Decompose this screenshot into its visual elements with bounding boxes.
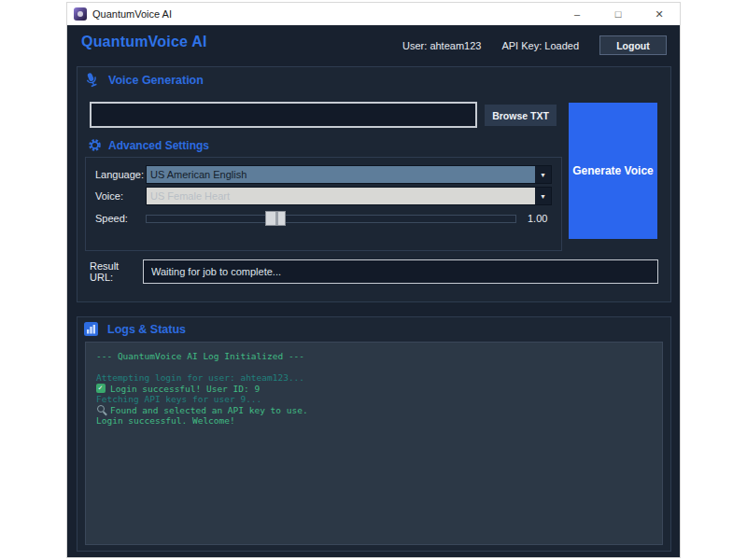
language-label: Language: — [95, 169, 146, 180]
log-line: Found and selected an API key to use. — [96, 405, 652, 416]
app-content: QuantumVoice AI User: ahteam123 API Key:… — [67, 25, 680, 557]
chevron-down-icon[interactable]: ▼ — [535, 188, 551, 204]
result-url-field[interactable] — [143, 259, 658, 284]
log-line: Login successful. Welcome! — [96, 415, 652, 427]
window-title: QuantumVoice AI — [92, 8, 172, 20]
desktop-background: QuantumVoice AI – □ ✕ QuantumVoice AI Us… — [0, 0, 747, 560]
log-line — [96, 362, 652, 373]
app-window: QuantumVoice AI – □ ✕ QuantumVoice AI Us… — [66, 2, 681, 558]
log-line: --- QuantumVoice AI Log Initialized --- — [96, 351, 652, 362]
advanced-settings-title: Advanced Settings — [108, 139, 209, 152]
log-line: Login successful! User ID: 9 — [96, 384, 652, 395]
log-output[interactable]: --- QuantumVoice AI Log Initialized --- … — [85, 342, 663, 545]
microphone-icon — [84, 72, 99, 88]
search-icon — [97, 405, 105, 413]
check-icon — [96, 384, 106, 393]
speed-slider-track[interactable] — [146, 215, 516, 223]
voice-generation-title: Voice Generation — [108, 74, 204, 87]
result-url-label: Result URL: — [90, 260, 143, 283]
app-title: QuantumVoice AI — [81, 34, 207, 50]
logs-status-title: Logs & Status — [107, 323, 186, 336]
speed-label: Speed: — [95, 213, 146, 224]
gear-icon — [88, 138, 102, 152]
language-dropdown[interactable]: US American English ▼ — [146, 165, 552, 184]
log-lines: --- QuantumVoice AI Log Initialized --- … — [96, 351, 652, 427]
generate-voice-button[interactable]: Generate Voice — [569, 103, 657, 239]
close-button[interactable]: ✕ — [639, 3, 680, 25]
language-value: US American English — [147, 166, 535, 183]
advanced-settings-box: Language: US American English ▼ Voice: U… — [85, 157, 562, 251]
title-bar[interactable]: QuantumVoice AI – □ ✕ — [67, 3, 680, 25]
app-header: QuantumVoice AI User: ahteam123 API Key:… — [67, 25, 680, 64]
voice-generation-section: Voice Generation Browse TXT Generate Voi… — [77, 66, 671, 302]
voice-value: US Female Heart — [147, 188, 535, 204]
text-input[interactable] — [90, 102, 477, 128]
chevron-down-icon[interactable]: ▼ — [535, 166, 551, 183]
log-line: Fetching API keys for user 9... — [96, 394, 652, 405]
logs-status-section: Logs & Status --- QuantumVoice AI Log In… — [77, 316, 671, 552]
maximize-button[interactable]: □ — [598, 3, 639, 25]
speed-slider[interactable] — [146, 209, 516, 228]
voice-dropdown[interactable]: US Female Heart ▼ — [146, 187, 552, 205]
speed-value: 1.00 — [528, 213, 547, 224]
minimize-button[interactable]: – — [557, 3, 598, 25]
voice-label: Voice: — [95, 190, 146, 202]
bar-chart-icon — [84, 322, 98, 336]
logout-button[interactable]: Logout — [599, 35, 667, 55]
browse-txt-button[interactable]: Browse TXT — [485, 105, 557, 126]
log-line: Attempting login for user: ahteam123... — [96, 372, 652, 384]
api-key-label: API Key: Loaded — [501, 40, 579, 51]
app-icon — [74, 7, 87, 21]
user-label: User: ahteam123 — [402, 40, 481, 51]
speed-slider-handle[interactable] — [265, 211, 286, 226]
